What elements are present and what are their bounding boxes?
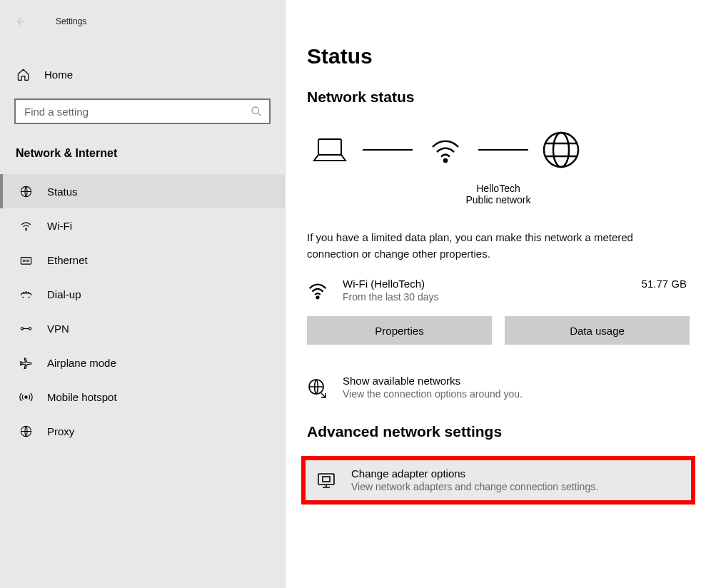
sidebar-item-airplane[interactable]: Airplane mode [0, 345, 285, 380]
properties-button[interactable]: Properties [307, 316, 492, 345]
svg-point-9 [29, 327, 31, 329]
wifi-sub: From the last 30 days [343, 291, 629, 303]
sidebar-item-label: Proxy [47, 425, 74, 437]
sidebar-item-label: Dial-up [47, 288, 81, 300]
section-title: Network & Internet [0, 133, 285, 167]
svg-rect-19 [323, 477, 330, 482]
svg-point-13 [444, 159, 447, 162]
network-status-title: Network status [307, 88, 690, 106]
svg-point-6 [25, 291, 26, 292]
hotspot-icon [19, 390, 33, 404]
svg-point-5 [23, 292, 24, 293]
sidebar-item-ethernet[interactable]: Ethernet [0, 243, 285, 277]
wifi-connection-icon [307, 280, 330, 303]
sidebar-item-label: Airplane mode [47, 357, 116, 369]
sidebar-item-label: Wi-Fi [47, 220, 72, 232]
airplane-icon [19, 355, 33, 370]
adapter-sub: View network adapters and change connect… [351, 481, 598, 492]
globe-arrow-icon [307, 377, 330, 400]
sidebar-item-status[interactable]: Status [0, 174, 285, 208]
data-usage-button[interactable]: Data usage [505, 316, 690, 345]
show-networks-link[interactable]: Show available networks View the connect… [307, 375, 690, 400]
metered-description: If you have a limited data plan, you can… [307, 230, 678, 262]
show-networks-title: Show available networks [343, 375, 523, 387]
network-diagram [307, 123, 690, 184]
page-title: Status [307, 44, 690, 69]
svg-point-16 [317, 296, 319, 298]
svg-rect-12 [318, 139, 341, 155]
sidebar-item-hotspot[interactable]: Mobile hotspot [0, 380, 285, 414]
svg-point-14 [544, 133, 578, 167]
search-icon [251, 106, 262, 117]
home-link[interactable]: Home [0, 59, 285, 90]
adapter-icon [316, 470, 338, 493]
show-networks-sub: View the connection options around you. [343, 388, 523, 400]
adapter-title: Change adapter options [351, 467, 598, 480]
wifi-icon [19, 218, 33, 233]
connector-line [363, 149, 413, 151]
vpn-icon [19, 321, 33, 335]
svg-point-10 [24, 395, 26, 397]
svg-point-8 [21, 327, 23, 329]
app-title: Settings [56, 16, 86, 26]
wifi-large-icon [425, 130, 465, 170]
sidebar-item-proxy[interactable]: Proxy [0, 414, 285, 448]
home-label: Home [44, 69, 73, 81]
svg-point-0 [252, 107, 258, 113]
wifi-size: 51.77 GB [642, 278, 687, 290]
svg-point-3 [25, 229, 26, 230]
back-icon[interactable] [13, 13, 30, 30]
sidebar-item-label: Mobile hotspot [47, 391, 117, 403]
ethernet-icon [19, 253, 33, 267]
sidebar-item-label: Status [47, 186, 78, 198]
dialup-icon [19, 287, 33, 301]
sidebar-item-label: VPN [47, 323, 69, 335]
advanced-title: Advanced network settings [307, 423, 690, 440]
svg-point-15 [553, 133, 569, 167]
sidebar-item-dialup[interactable]: Dial-up [0, 277, 285, 311]
svg-rect-4 [21, 257, 31, 264]
proxy-icon [19, 424, 33, 438]
connector-line [478, 149, 528, 151]
network-name: HelloTech [307, 183, 690, 194]
globe-large-icon [541, 130, 581, 170]
globe-icon [19, 184, 33, 198]
svg-rect-18 [318, 474, 334, 485]
search-input[interactable] [14, 98, 271, 124]
change-adapter-link[interactable]: Change adapter options View network adap… [310, 467, 687, 493]
svg-line-1 [258, 113, 261, 116]
sidebar-item-wifi[interactable]: Wi-Fi [0, 208, 285, 243]
laptop-icon [310, 130, 350, 170]
wifi-name: Wi-Fi (HelloTech) [343, 278, 629, 290]
sidebar-item-vpn[interactable]: VPN [0, 311, 285, 345]
home-icon [16, 67, 30, 81]
highlight-annotation: Change adapter options View network adap… [301, 456, 695, 505]
network-type: Public network [307, 194, 690, 206]
svg-point-7 [28, 292, 29, 293]
sidebar-item-label: Ethernet [47, 254, 88, 266]
